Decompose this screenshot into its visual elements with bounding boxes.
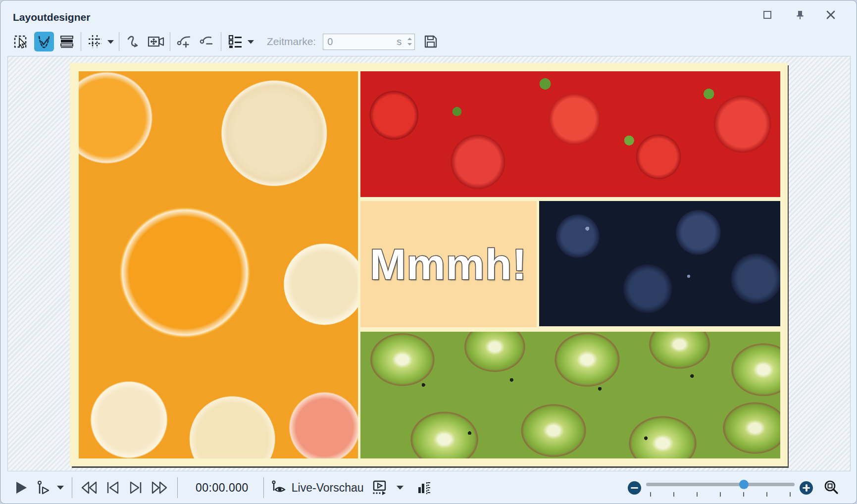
keyframe-add-icon bbox=[176, 33, 193, 50]
text-box-text: Mmmh! bbox=[370, 239, 527, 290]
zeitmarke-spinner[interactable] bbox=[404, 34, 414, 50]
play-button[interactable] bbox=[14, 480, 28, 495]
play-options-button[interactable] bbox=[56, 485, 65, 491]
zoom-slider-thumb[interactable] bbox=[739, 480, 749, 489]
preview-window-button[interactable] bbox=[371, 479, 388, 496]
kiwi-slices-image[interactable] bbox=[360, 332, 780, 458]
layers-button[interactable] bbox=[57, 32, 77, 51]
skip-to-start-icon bbox=[104, 480, 122, 495]
skip-to-start-button[interactable] bbox=[104, 480, 122, 495]
zeitmarke-unit: s bbox=[397, 36, 402, 48]
skip-forward-button[interactable] bbox=[150, 480, 169, 495]
zeitmarke-input[interactable] bbox=[323, 36, 397, 48]
skip-to-end-button[interactable] bbox=[127, 480, 145, 495]
play-from-marker-icon bbox=[36, 480, 51, 496]
text-box[interactable]: Mmmh! bbox=[360, 201, 537, 327]
list-icon bbox=[227, 33, 244, 50]
caret-down-icon bbox=[107, 39, 114, 45]
grid-button[interactable] bbox=[85, 32, 105, 51]
skip-to-end-icon bbox=[127, 480, 145, 495]
spinner-up-icon bbox=[407, 37, 412, 41]
pin-icon bbox=[795, 9, 806, 20]
zoom-in-button[interactable] bbox=[800, 481, 813, 495]
grid-dropdown-button[interactable] bbox=[106, 32, 115, 51]
play-icon bbox=[14, 480, 28, 495]
stats-bars-icon bbox=[416, 480, 431, 496]
add-keyframe-button[interactable] bbox=[174, 32, 194, 51]
playback-bar: 00:00.000 Live-Vorschau bbox=[0, 471, 857, 504]
remove-keyframe-button[interactable] bbox=[197, 32, 217, 51]
select-tool-button[interactable] bbox=[11, 32, 31, 51]
smooth-curve-button[interactable] bbox=[123, 32, 143, 51]
camera-pan-button[interactable] bbox=[146, 32, 166, 51]
toolbar-separator bbox=[170, 32, 170, 51]
save-button[interactable] bbox=[421, 32, 441, 51]
toolbar-separator bbox=[81, 32, 81, 51]
save-icon bbox=[422, 33, 439, 50]
live-preview-label: Live-Vorschau bbox=[292, 481, 364, 495]
bottombar-separator bbox=[72, 477, 72, 498]
timeline-stats-button[interactable] bbox=[416, 480, 431, 496]
close-icon bbox=[825, 9, 836, 20]
zoom-slider-ticks bbox=[650, 492, 791, 497]
toolbar-separator bbox=[119, 32, 119, 51]
blueberries-image[interactable] bbox=[539, 201, 780, 326]
object-list-dropdown-button[interactable] bbox=[246, 32, 255, 51]
zeitmarke-input-group: s bbox=[323, 34, 415, 50]
play-from-marker-button[interactable] bbox=[36, 480, 51, 496]
skip-backward-icon bbox=[79, 480, 99, 495]
grid-icon bbox=[87, 33, 103, 50]
zoom-fit-icon bbox=[823, 479, 840, 496]
caret-down-icon bbox=[247, 39, 254, 45]
caret-down-icon bbox=[56, 485, 65, 491]
object-list-button[interactable] bbox=[225, 32, 245, 51]
eye-pin-icon bbox=[271, 480, 287, 496]
motion-path-icon bbox=[36, 33, 52, 50]
maximize-icon bbox=[762, 9, 773, 20]
zoom-out-button[interactable] bbox=[628, 481, 641, 495]
slide-canvas[interactable]: Mmmh! bbox=[70, 63, 788, 466]
maximize-button[interactable] bbox=[761, 8, 774, 21]
window-title: Layoutdesigner bbox=[13, 11, 90, 23]
citrus-slices-image[interactable] bbox=[79, 71, 358, 458]
caret-down-icon bbox=[396, 485, 404, 491]
zoom-fit-button[interactable] bbox=[823, 479, 840, 496]
layoutdesigner-window: Layoutdesigner bbox=[0, 0, 857, 504]
s-curve-icon bbox=[125, 33, 142, 50]
layers-icon bbox=[58, 33, 75, 50]
titlebar: Layoutdesigner bbox=[0, 0, 857, 28]
toolbar-separator bbox=[221, 32, 221, 51]
preview-frame-icon bbox=[371, 479, 388, 496]
current-time: 00:00.000 bbox=[196, 481, 249, 495]
skip-forward-icon bbox=[150, 480, 169, 495]
camera-pan-icon bbox=[147, 33, 165, 50]
keyframe-remove-icon bbox=[199, 33, 215, 50]
zeitmarke-label: Zeitmarke: bbox=[267, 36, 316, 48]
zoom-slider[interactable] bbox=[646, 479, 795, 496]
motion-path-tool-button[interactable] bbox=[34, 32, 54, 51]
preview-options-button[interactable] bbox=[396, 485, 404, 491]
spinner-down-icon bbox=[407, 43, 412, 46]
live-preview-button[interactable] bbox=[271, 480, 287, 496]
strawberries-image[interactable] bbox=[360, 71, 780, 197]
toolbar: Zeitmarke: s bbox=[0, 27, 857, 56]
select-tool-icon bbox=[13, 33, 30, 50]
zoom-slider-track[interactable] bbox=[646, 483, 795, 486]
skip-backward-button[interactable] bbox=[79, 480, 99, 495]
close-button[interactable] bbox=[824, 8, 837, 21]
zoom-controls bbox=[628, 479, 857, 496]
layout-viewport[interactable]: Mmmh! bbox=[7, 56, 851, 471]
pin-button[interactable] bbox=[794, 8, 807, 21]
bottombar-separator bbox=[263, 477, 264, 498]
bottombar-separator bbox=[177, 477, 178, 498]
